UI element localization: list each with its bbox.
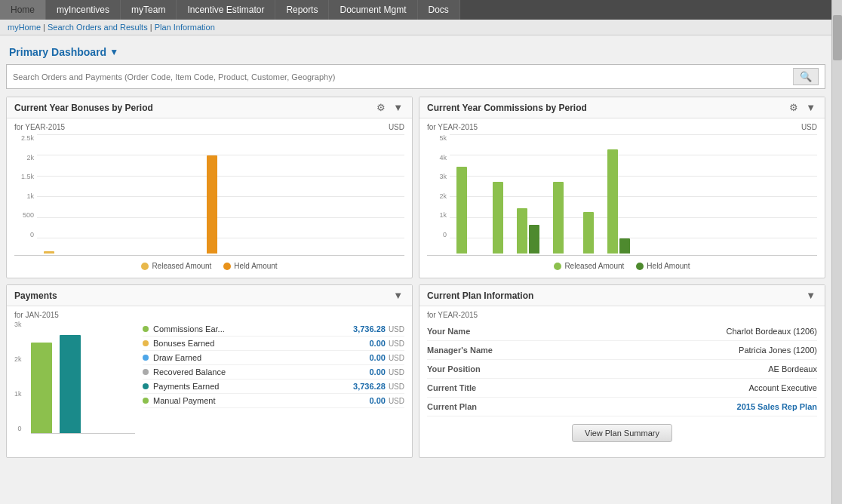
payments-card: Payments ▼ for JAN-2015 3k <box>6 284 413 458</box>
bonus-card: Current Year Bonuses by Period ⚙ ▼ for Y… <box>6 97 413 278</box>
tab-home[interactable]: Home <box>0 0 46 20</box>
plan-card: Current Plan Information ▼ for YEAR-2015… <box>419 284 825 458</box>
comm-chart: 5k 4k 3k 2k 1k 0 <box>427 134 817 270</box>
tab-document-mgmt[interactable]: Document Mgmt <box>329 0 417 20</box>
page-header: Primary Dashboard ▼ <box>6 41 825 64</box>
breadcrumb: myHome | Search Orders and Results | Pla… <box>0 20 831 35</box>
tab-myteam[interactable]: myTeam <box>121 0 177 20</box>
payment-row-recovered: Recovered Balance 0.00 USD <box>143 365 404 380</box>
plan-card-title: Current Plan Information <box>427 290 533 301</box>
bonus-chart: 2.5k 2k 1.5k 1k 500 0 <box>14 134 404 270</box>
payment-row-payments-earned: Payments Earned 3,736.28 USD <box>143 380 404 394</box>
comm-y-axis: 5k 4k 3k 2k 1k 0 <box>427 134 450 238</box>
comm-card-header: Current Year Commissions by Period ⚙ ▼ <box>419 97 825 118</box>
comm-sub-label: for YEAR-2015 <box>427 123 478 131</box>
top-nav: Home myIncentives myTeam Incentive Estim… <box>0 0 831 20</box>
plan-row-name: Your Name Charlot Bordeaux (1206) <box>427 322 817 341</box>
bonus-usd-label: USD <box>389 123 404 133</box>
payment-row-bonuses: Bonuses Earned 0.00 USD <box>143 337 404 351</box>
payments-chart: 3k 2k 1k 0 <box>14 322 135 435</box>
breadcrumb-search[interactable]: Search Orders and Results <box>48 23 148 32</box>
bonus-collapse-button[interactable]: ▼ <box>392 102 404 113</box>
page-title[interactable]: Primary Dashboard <box>9 46 106 58</box>
plan-row-position: Your Position AE Bordeaux <box>427 360 817 379</box>
payments-card-header: Payments ▼ <box>7 285 412 306</box>
bonus-sub-label: for YEAR-2015 <box>14 123 65 131</box>
comm-legend: Released Amount Held Amount <box>427 262 817 270</box>
search-bar: 🔍 <box>6 64 825 89</box>
payment-row-commissions: Commissions Ear... 3,736.28 USD <box>143 322 404 337</box>
plan-rows: Your Name Charlot Bordeaux (1206) Manage… <box>427 322 817 416</box>
payment-row-draw: Draw Earned 0.00 USD <box>143 351 404 365</box>
bonus-y-axis: 2.5k 2k 1.5k 1k 500 0 <box>14 134 37 238</box>
page-title-arrow[interactable]: ▼ <box>109 47 118 57</box>
payment-row-manual: Manual Payment 0.00 USD <box>143 394 404 408</box>
bonus-card-title: Current Year Bonuses by Period <box>14 103 153 113</box>
plan-collapse-button[interactable]: ▼ <box>804 290 817 301</box>
comm-card-title: Current Year Commissions by Period <box>427 103 587 113</box>
tab-reports[interactable]: Reports <box>275 0 329 20</box>
search-button[interactable]: 🔍 <box>793 68 819 85</box>
bonus-card-header: Current Year Bonuses by Period ⚙ ▼ <box>7 97 412 118</box>
view-plan-button[interactable]: View Plan Summary <box>572 424 672 442</box>
tab-incentive-estimator[interactable]: Incentive Estimator <box>177 0 275 20</box>
bonus-legend: Released Amount Held Amount <box>14 262 404 270</box>
tab-myincentives[interactable]: myIncentives <box>46 0 121 20</box>
payments-card-title: Payments <box>14 290 57 301</box>
comm-settings-button[interactable]: ⚙ <box>788 102 800 113</box>
payments-collapse-button[interactable]: ▼ <box>392 290 404 301</box>
payments-body: 3k 2k 1k 0 <box>14 322 404 435</box>
plan-sub-label: for YEAR-2015 <box>427 311 817 319</box>
plan-row-current-plan: Current Plan 2015 Sales Rep Plan <box>427 398 817 416</box>
scrollbar-thumb[interactable] <box>833 15 842 60</box>
dashboard-grid: Current Year Bonuses by Period ⚙ ▼ for Y… <box>6 97 825 458</box>
breadcrumb-plan[interactable]: Plan Information <box>155 23 215 32</box>
plan-row-title: Current Title Account Executive <box>427 379 817 398</box>
comm-usd-label: USD <box>801 123 817 133</box>
payments-legend: Commissions Ear... 3,736.28 USD Bonuses … <box>143 322 404 435</box>
search-input[interactable] <box>13 72 793 81</box>
plan-row-manager: Manager's Name Patricia Jones (1200) <box>427 341 817 360</box>
bonus-settings-button[interactable]: ⚙ <box>375 102 387 113</box>
plan-card-header: Current Plan Information ▼ <box>419 285 825 306</box>
scrollbar[interactable] <box>831 0 842 504</box>
comm-collapse-button[interactable]: ▼ <box>804 102 817 113</box>
tab-docs[interactable]: Docs <box>418 0 460 20</box>
comm-card: Current Year Commissions by Period ⚙ ▼ f… <box>419 97 825 278</box>
payments-sub-label: for JAN-2015 <box>14 311 404 319</box>
plan-link[interactable]: 2015 Sales Rep Plan <box>533 402 817 411</box>
breadcrumb-home[interactable]: myHome <box>8 23 41 32</box>
